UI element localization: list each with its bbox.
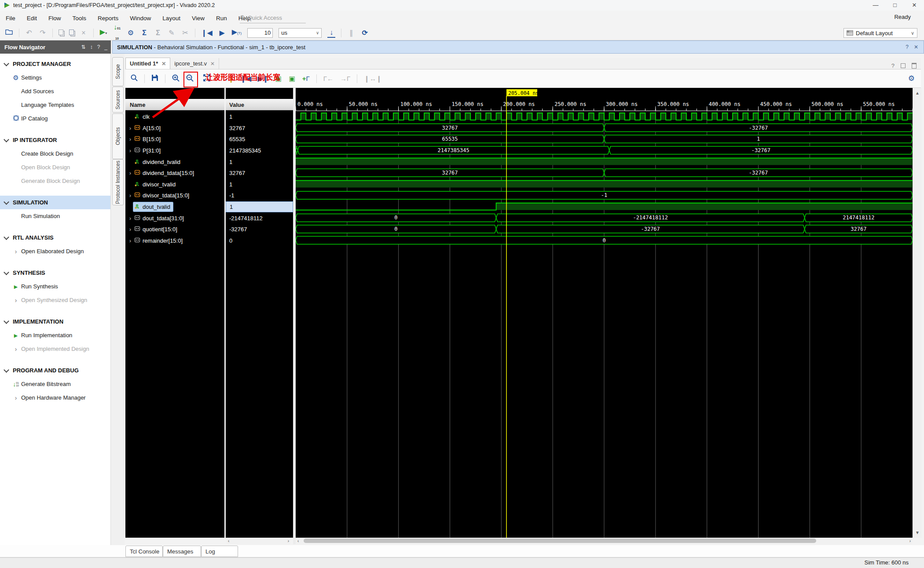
signal-value-divisor-tvalid[interactable]: 1 — [226, 179, 293, 190]
sidebar-section-program-and-debug[interactable]: PROGRAM AND DEBUG — [0, 364, 110, 377]
expand-all-icon[interactable]: ↕ — [90, 44, 93, 50]
expand-icon[interactable]: › — [127, 136, 133, 142]
menu-item-flow[interactable]: Flow — [43, 15, 67, 22]
chevron-right-icon[interactable]: › — [11, 297, 20, 304]
signal-value-b-15-0[interactable]: 65535 — [226, 134, 293, 145]
save-icon[interactable] — [151, 74, 158, 83]
signal-value-p-31-0[interactable]: 2147385345 — [226, 145, 293, 157]
chevron-right-icon[interactable]: › — [11, 394, 20, 401]
bottom-tab-messages[interactable]: Messages — [163, 546, 201, 557]
expand-icon[interactable]: › — [127, 237, 133, 244]
scroll-right-icon[interactable]: › — [288, 539, 289, 543]
side-tab-objects[interactable]: Objects — [112, 113, 124, 159]
help-icon[interactable]: ? — [97, 44, 100, 50]
menu-item-layout[interactable]: Layout — [157, 15, 186, 22]
wave-vertical-scrollbar[interactable]: ▲ ▼ — [913, 88, 922, 538]
expand-icon[interactable]: › — [127, 147, 133, 154]
runtime-value-input[interactable]: 10 — [247, 28, 273, 38]
breakpoint-icon[interactable]: ✂ — [181, 29, 189, 37]
menu-item-window[interactable]: Window — [124, 15, 157, 22]
report-sigma-icon[interactable]: Σ — [140, 29, 148, 37]
close-icon[interactable]: ✕ — [914, 44, 918, 50]
minimize-panel-icon[interactable]: _ — [104, 44, 107, 50]
signal-value-dividend-tvalid[interactable]: 1 — [226, 156, 293, 167]
value-column-header[interactable]: Value — [226, 99, 293, 110]
signal-row-divisor-tdata-15-0[interactable]: ›divisor_tdata[15:0] — [125, 190, 224, 201]
wave-settings-gear-icon[interactable]: ⚙ — [908, 74, 915, 83]
help-icon[interactable]: ? — [891, 62, 895, 69]
run-all-icon[interactable]: ▶ — [218, 29, 226, 37]
signal-row-remainder-15-0[interactable]: ›remainder[15:0] — [125, 235, 224, 247]
sidebar-section-synthesis[interactable]: SYNTHESIS — [0, 266, 110, 280]
settings-gear-icon[interactable]: ⚙ — [127, 29, 135, 37]
signal-value-quotient-15-0[interactable]: -32767 — [226, 224, 293, 235]
signal-value-remainder-15-0[interactable]: 0 — [226, 235, 293, 247]
zoom-in-icon[interactable] — [172, 74, 180, 83]
layout-selector[interactable]: Default Layout ∨ — [843, 28, 917, 38]
sidebar-section-project-manager[interactable]: PROJECT MANAGER — [0, 57, 110, 71]
restart-simulation-icon[interactable]: ❙◀ — [201, 29, 213, 37]
signal-row-b-15-0[interactable]: ›B[15:0] — [125, 134, 224, 145]
sidebar-item-language-templates[interactable]: Language Templates — [0, 98, 110, 112]
open-project-icon[interactable] — [5, 29, 13, 37]
signal-row-dividend-tvalid[interactable]: dividend_tvalid — [125, 156, 224, 167]
find-icon[interactable] — [131, 74, 138, 83]
signal-row-dividend-tdata-15-0[interactable]: ›dividend_tdata[15:0] — [125, 167, 224, 179]
sidebar-section-ip-integrator[interactable]: IP INTEGRATOR — [0, 133, 110, 147]
delete-icon[interactable]: × — [80, 29, 88, 37]
runtime-unit-select[interactable]: us ∨ — [279, 28, 322, 38]
run-button-icon[interactable]: ▶▾ — [99, 28, 107, 38]
scroll-up-icon[interactable]: ▲ — [913, 91, 922, 95]
sidebar-section-implementation[interactable]: IMPLEMENTATION — [0, 315, 110, 328]
maximize-panel-icon[interactable] — [912, 63, 917, 69]
sidebar-section-rtl-analysis[interactable]: RTL ANALYSIS — [0, 231, 110, 244]
menu-item-edit[interactable]: Edit — [21, 15, 43, 22]
expand-icon[interactable]: › — [127, 125, 133, 131]
signal-row-dout-tvalid[interactable]: dout_tvalid — [125, 201, 224, 213]
scroll-down-icon[interactable]: ▼ — [913, 530, 922, 535]
sidebar-item-run-synthesis[interactable]: ▶Run Synthesis — [0, 280, 110, 293]
sidebar-item-ip-catalog[interactable]: IP Catalog — [0, 112, 110, 125]
help-icon[interactable]: ? — [906, 44, 909, 50]
value-horizontal-scrollbar[interactable]: ‹ › — [227, 538, 290, 544]
relaunch-icon[interactable]: ⟳ — [361, 29, 369, 37]
menu-item-file[interactable]: File — [0, 15, 21, 22]
close-icon[interactable]: ✕ — [161, 61, 166, 67]
side-tab-protocol-instances[interactable]: Protocol Instances — [112, 159, 124, 205]
expand-icon[interactable]: › — [127, 215, 133, 222]
signal-row-quotient-15-0[interactable]: ›quotient[15:0] — [125, 224, 224, 235]
minimize-button[interactable]: — — [866, 0, 885, 11]
close-button[interactable]: ✕ — [905, 0, 924, 11]
signal-value-dividend-tdata-15-0[interactable]: 32767 — [226, 167, 293, 179]
signal-row-dout-tdata-31-0[interactable]: ›dout_tdata[31:0] — [125, 212, 224, 224]
sidebar-item-open-elaborated-design[interactable]: ›Open Elaborated Design — [0, 244, 110, 258]
signal-row-p-31-0[interactable]: ›P[31:0] — [125, 145, 224, 157]
side-tab-sources[interactable]: Sources — [112, 87, 124, 113]
bottom-tab-log[interactable]: Log — [201, 546, 238, 557]
sidebar-item-generate-bitstream[interactable]: ↓0110Generate Bitstream — [0, 377, 110, 391]
maximize-button[interactable]: □ — [885, 0, 905, 11]
paste-icon[interactable] — [69, 29, 74, 37]
signal-row-a-15-0[interactable]: ›A[15:0] — [125, 123, 224, 134]
add-marker-icon[interactable]: +Γ — [302, 75, 310, 82]
sidebar-section-simulation[interactable]: SIMULATION — [0, 196, 110, 209]
undo-icon[interactable]: ↶ — [25, 29, 33, 37]
wave-tab-ipcore-test-v[interactable]: ipcore_test.v✕ — [170, 58, 219, 69]
sidebar-item-settings[interactable]: ⚙Settings — [0, 71, 110, 84]
float-panel-icon[interactable] — [901, 63, 906, 68]
signal-value-dout-tdata-31-0[interactable]: -2147418112 — [226, 212, 293, 224]
expand-icon[interactable]: › — [127, 226, 133, 233]
generate-bitstream-icon[interactable]: ↓0110 — [113, 23, 121, 43]
sidebar-item-run-implementation[interactable]: ▶Run Implementation — [0, 328, 110, 342]
sidebar-item-run-simulation[interactable]: Run Simulation — [0, 209, 110, 223]
scroll-left-icon[interactable]: ‹ — [297, 539, 299, 543]
menu-item-tools[interactable]: Tools — [67, 15, 92, 22]
signal-value-divisor-tdata-15-0[interactable]: -1 — [226, 190, 293, 201]
collapse-all-icon[interactable]: ⇅ — [81, 44, 86, 50]
wave-horizontal-scrollbar[interactable]: ‹ › — [296, 538, 912, 544]
signal-value-a-15-0[interactable]: 32767 — [226, 123, 293, 134]
menu-item-reports[interactable]: Reports — [92, 15, 124, 22]
menu-item-run[interactable]: Run — [210, 15, 233, 22]
copy-icon[interactable] — [59, 29, 63, 37]
close-icon[interactable]: ✕ — [210, 61, 215, 67]
